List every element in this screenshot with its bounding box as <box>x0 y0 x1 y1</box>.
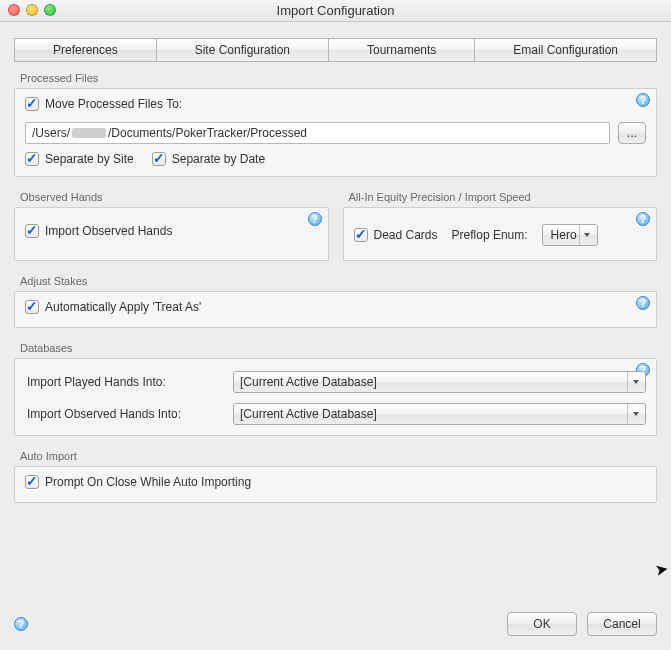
checkbox-separate-by-site[interactable]: Separate by Site <box>25 152 134 166</box>
group-label-allin-equity: All-In Equity Precision / Import Speed <box>349 191 658 203</box>
window-title: Import Configuration <box>277 3 395 18</box>
checkbox-label: Move Processed Files To: <box>45 97 182 111</box>
checkbox-treat-as[interactable]: Automatically Apply 'Treat As' <box>25 300 201 314</box>
help-icon[interactable]: ? <box>636 93 650 107</box>
panel-auto-import: Prompt On Close While Auto Importing <box>14 466 657 503</box>
group-label-observed-hands: Observed Hands <box>20 191 329 203</box>
group-label-adjust-stakes: Adjust Stakes <box>20 275 657 287</box>
titlebar: Import Configuration <box>0 0 671 22</box>
help-icon[interactable]: ? <box>308 212 322 226</box>
check-icon <box>354 228 368 242</box>
group-label-auto-import: Auto Import <box>20 450 657 462</box>
check-icon <box>25 475 39 489</box>
checkbox-label: Prompt On Close While Auto Importing <box>45 475 251 489</box>
checkbox-label: Import Observed Hands <box>45 224 172 238</box>
checkbox-label: Separate by Date <box>172 152 265 166</box>
check-icon <box>25 300 39 314</box>
select-value: [Current Active Database] <box>240 407 377 421</box>
checkbox-label: Separate by Site <box>45 152 134 166</box>
panel-processed-files: ? Move Processed Files To: /Users//Docum… <box>14 88 657 177</box>
path-prefix: /Users/ <box>32 123 70 143</box>
panel-adjust-stakes: ? Automatically Apply 'Treat As' <box>14 291 657 328</box>
bottom-bar: ? OK Cancel <box>14 612 657 636</box>
played-hands-select[interactable]: [Current Active Database] <box>233 371 646 393</box>
tab-tournaments[interactable]: Tournaments <box>328 38 474 62</box>
checkbox-label: Dead Cards <box>374 228 438 242</box>
checkbox-dead-cards[interactable]: Dead Cards <box>354 228 438 242</box>
redacted-segment <box>72 128 106 138</box>
group-label-databases: Databases <box>20 342 657 354</box>
checkbox-import-observed[interactable]: Import Observed Hands <box>25 224 172 238</box>
chevron-down-icon <box>627 372 643 392</box>
check-icon <box>25 97 39 111</box>
check-icon <box>25 152 39 166</box>
close-window-button[interactable] <box>8 4 20 16</box>
path-suffix: /Documents/PokerTracker/Processed <box>108 123 307 143</box>
minimize-window-button[interactable] <box>26 4 38 16</box>
tab-site-configuration[interactable]: Site Configuration <box>156 38 328 62</box>
checkbox-separate-by-date[interactable]: Separate by Date <box>152 152 265 166</box>
help-icon[interactable]: ? <box>636 296 650 310</box>
mouse-cursor-icon: ➤ <box>653 559 669 580</box>
select-value: Hero <box>551 228 577 242</box>
checkbox-label: Automatically Apply 'Treat As' <box>45 300 201 314</box>
select-value: [Current Active Database] <box>240 375 377 389</box>
chevron-down-icon <box>627 404 643 424</box>
check-icon <box>25 224 39 238</box>
processed-path-input[interactable]: /Users//Documents/PokerTracker/Processed <box>25 122 610 144</box>
check-icon <box>152 152 166 166</box>
panel-allin-equity: ? Dead Cards Preflop Enum: Hero <box>343 207 658 261</box>
zoom-window-button[interactable] <box>44 4 56 16</box>
played-hands-label: Import Played Hands Into: <box>25 375 225 389</box>
preflop-enum-label: Preflop Enum: <box>452 228 528 242</box>
observed-hands-select[interactable]: [Current Active Database] <box>233 403 646 425</box>
help-icon[interactable]: ? <box>14 617 28 631</box>
tab-bar: Preferences Site Configuration Tournamen… <box>14 38 657 62</box>
chevron-down-icon <box>579 225 595 245</box>
checkbox-move-processed[interactable]: Move Processed Files To: <box>25 97 182 111</box>
help-icon[interactable]: ? <box>636 212 650 226</box>
checkbox-prompt-on-close[interactable]: Prompt On Close While Auto Importing <box>25 475 251 489</box>
ok-button[interactable]: OK <box>507 612 577 636</box>
tab-preferences[interactable]: Preferences <box>14 38 156 62</box>
tab-email-configuration[interactable]: Email Configuration <box>474 38 657 62</box>
content-area: Preferences Site Configuration Tournamen… <box>0 22 671 515</box>
cancel-button[interactable]: Cancel <box>587 612 657 636</box>
browse-button[interactable]: ... <box>618 122 646 144</box>
observed-hands-label: Import Observed Hands Into: <box>25 407 225 421</box>
preflop-enum-select[interactable]: Hero <box>542 224 598 246</box>
panel-databases: ? Import Played Hands Into: [Current Act… <box>14 358 657 436</box>
panel-observed-hands: ? Import Observed Hands <box>14 207 329 261</box>
window-controls <box>8 4 56 16</box>
group-label-processed-files: Processed Files <box>20 72 657 84</box>
